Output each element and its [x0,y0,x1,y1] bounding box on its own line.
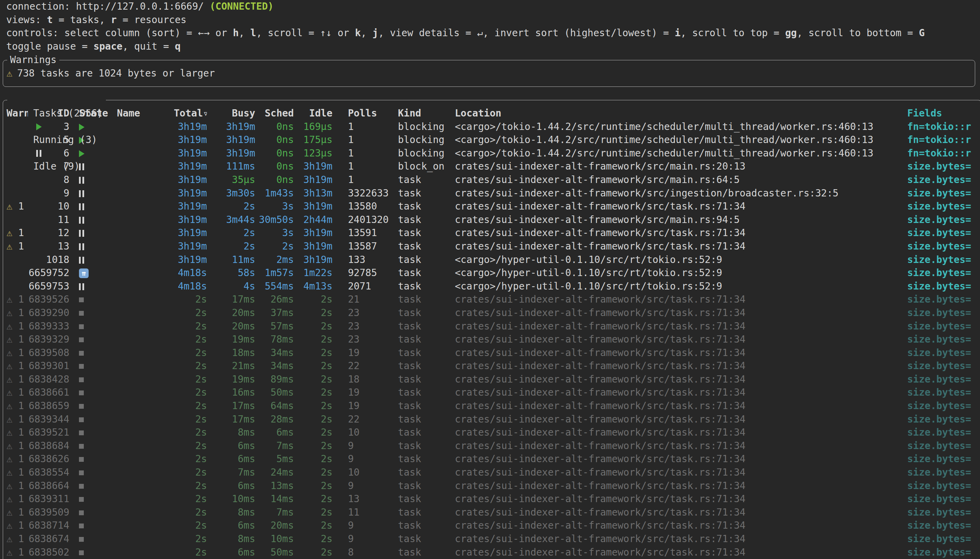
column-header-sched[interactable]: Sched [255,107,294,120]
task-row[interactable]: ⚠ 1 6839311 2s 10ms 14ms 2s 13 task crat… [3,493,980,506]
task-id-cell: 6838626 [28,453,69,466]
state-stopped-icon [79,364,84,369]
task-row[interactable]: ⚠ 1 6839508 2s 18ms 34ms 2s 19 task crat… [3,346,980,360]
polls-cell: 92785 [348,266,396,280]
state-stopped-icon [79,337,84,342]
fields-cell: size.bytes= [907,373,980,386]
sched-cell: 20ms [255,519,294,533]
fields-cell: size.bytes= [907,453,980,466]
state-running-icon [79,150,84,157]
fields-cell: size.bytes= [907,227,980,240]
fields-cell: size.bytes= [907,440,980,453]
task-row[interactable]: ⚠ 1 6838664 2s 6ms 13ms 2s 9 task crates… [3,480,980,493]
task-row[interactable]: ⚠ 1 6839509 2s 8ms 7ms 2s 11 task crates… [3,506,980,519]
sched-cell: 6ms [255,426,294,440]
column-header-kind[interactable]: Kind [398,107,453,120]
warning-icon: ⚠ [7,374,12,385]
task-row[interactable]: ⚠ 1 12 3h19m 2s 3s 3h19m 13591 task crat… [3,227,980,240]
column-header-idle[interactable]: Idle [294,107,333,120]
warn-cell: ⚠ 1 [3,453,28,466]
state-stopped-icon [79,390,84,395]
state-stopped-icon [79,351,84,356]
task-row[interactable]: ⚠ 1 6838684 2s 6ms 7ms 2s 9 task crates/… [3,440,980,453]
polls-cell: 2071 [348,280,396,293]
busy-cell: 3h19m [207,120,255,134]
task-row[interactable]: ⚠ 1 6838626 2s 6ms 5ms 2s 9 task crates/… [3,453,980,466]
task-row[interactable]: ⚠ 1 6839290 2s 20ms 37ms 2s 23 task crat… [3,306,980,320]
warning-icon: ⚠ [7,427,12,438]
sched-cell: 89ms [255,373,294,386]
kind-cell: task [398,373,453,386]
polls-cell: 1 [348,174,396,187]
controls-line: controls: select column (sort) = ←→ or h… [0,26,980,40]
kind-cell: task [398,480,453,493]
idle-cell: 2s [294,533,333,546]
task-row[interactable]: 6659753 4m18s 4s 554ms 4m13s 2071 task <… [3,280,980,293]
idle-cell: 3h19m [294,253,333,267]
polls-cell: 23 [348,320,396,333]
task-row[interactable]: 11 3h19m 3m44s 30m50s 2h44m 2401320 task… [3,213,980,227]
task-row[interactable]: ⚠ 1 6839526 2s 17ms 26ms 2s 21 task crat… [3,293,980,306]
text-segment: or [332,27,355,39]
task-id-cell: 6839333 [28,320,69,333]
idle-cell: 2s [294,373,333,386]
task-row[interactable]: ⚠ 1 6839344 2s 17ms 28ms 2s 22 task crat… [3,413,980,426]
task-row[interactable]: 5 3h19m 3h19m 0ns 175µs 1 blocking <carg… [3,133,980,147]
column-header-busy[interactable]: Busy [207,107,255,120]
column-header-name[interactable]: Name [117,107,174,120]
state-stopped-icon [79,457,84,462]
task-row[interactable]: ⚠ 1 6839301 2s 21ms 34ms 2s 22 task crat… [3,359,980,373]
kind-cell: task [398,240,453,253]
task-row[interactable]: 7 3h19m 111ms 0ns 3h19m 1 block_on crate… [3,160,980,174]
polls-cell: 13587 [348,240,396,253]
state-idle-icon [79,203,84,210]
polls-cell: 10 [348,466,396,480]
warn-cell: ⚠ 1 [3,480,28,493]
column-header-polls[interactable]: Polls [348,107,396,120]
kind-cell: blocking [398,133,453,147]
column-header-fields[interactable]: Fields [907,107,980,120]
task-row[interactable]: 9 3h19m 3m30s 1m43s 3h13m 3322633 task c… [3,187,980,200]
kind-cell: task [398,227,453,240]
task-row[interactable]: ⚠ 1 6838661 2s 16ms 50ms 2s 19 task crat… [3,386,980,399]
total-cell: 2s [174,506,207,519]
task-row[interactable]: ⚠ 1 6838554 2s 7ms 24ms 2s 10 task crate… [3,466,980,480]
state-cell [75,480,117,493]
state-cell: ⇈ [75,266,117,280]
column-header-total[interactable]: Total▿ [174,107,207,120]
running-state-icon [36,123,42,130]
task-row[interactable]: ⚠ 1 6838674 2s 8ms 10ms 2s 9 task crates… [3,533,980,546]
task-row[interactable]: 6 3h19m 3h19m 0ns 123µs 1 blocking <carg… [3,147,980,160]
location-cell: crates/sui-indexer-alt-framework/src/tas… [455,373,907,386]
busy-cell: 6ms [207,453,255,466]
column-header-loc[interactable]: Location [455,107,907,120]
task-row[interactable]: ⚠ 1 6838428 2s 19ms 89ms 2s 18 task crat… [3,373,980,386]
kind-cell: task [398,399,453,413]
fields-cell: size.bytes= [907,480,980,493]
state-cell [75,253,117,267]
warn-cell: ⚠ 1 [3,359,28,373]
task-row[interactable]: ⚠ 1 10 3h19m 2s 3s 3h19m 13580 task crat… [3,200,980,213]
sched-cell: 50ms [255,386,294,399]
task-row[interactable]: 8 3h19m 35µs 0ns 3h19m 1 task crates/sui… [3,174,980,187]
task-row[interactable]: ⚠ 1 6839521 2s 8ms 6ms 2s 10 task crates… [3,426,980,440]
polls-cell: 1 [348,147,396,160]
task-row[interactable]: ⚠ 1 6838659 2s 17ms 64ms 2s 19 task crat… [3,399,980,413]
task-row[interactable]: ⚠ 1 6838502 2s 6ms 50ms 2s 8 task crates… [3,546,980,559]
task-row[interactable]: 3 3h19m 3h19m 0ns 169µs 1 blocking <carg… [3,120,980,134]
task-row[interactable]: ⚠ 1 6839329 2s 19ms 78ms 2s 23 task crat… [3,333,980,346]
warning-icon: ⚠ [7,493,12,504]
task-row[interactable]: ⚠ 1 6838714 2s 6ms 20ms 2s 9 task crates… [3,519,980,533]
text-segment: r [111,14,117,25]
location-cell: crates/sui-indexer-alt-framework/src/tas… [455,466,907,480]
task-row[interactable]: ⚠ 1 6839333 2s 20ms 57ms 2s 23 task crat… [3,320,980,333]
fields-cell: fn=tokio::r [907,147,980,160]
task-row[interactable]: 6659752 ⇈ 4m18s 58s 1m57s 1m22s 92785 ta… [3,266,980,280]
text-segment: q [175,41,181,52]
task-row[interactable]: ⚠ 1 13 3h19m 2s 2s 3h19m 13587 task crat… [3,240,980,253]
busy-cell: 10ms [207,493,255,506]
idle-cell: 1m22s [294,266,333,280]
task-row[interactable]: 1018 3h19m 11ms 2ms 3h19m 133 task <carg… [3,253,980,267]
polls-cell: 1 [348,160,396,174]
idle-cell: 2s [294,480,333,493]
